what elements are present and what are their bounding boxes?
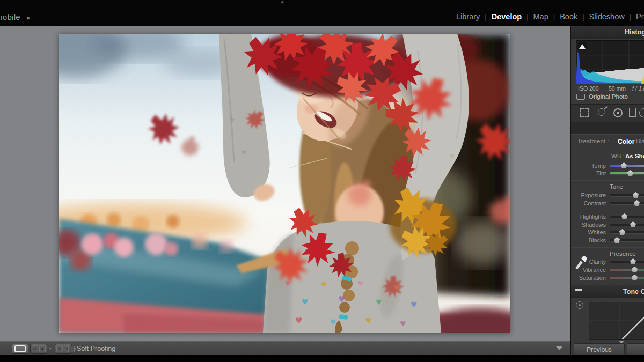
saturation-label: Saturation [571,275,606,281]
svg-text:♥: ♥ [230,117,235,124]
shadows-slider-row: Shadows [571,221,644,229]
svg-text:♥: ♥ [330,318,336,326]
blacks-slider-thumb[interactable] [614,237,620,243]
crop-overlay-icon[interactable] [580,108,589,117]
module-book[interactable]: Book [560,12,577,21]
photo-image[interactable]: ♥ ♥ ♥ ♥ ♥ ♥ ♥ ♥ ♥ ♥ ♥ ♥ ♥ ♥ ♥ ♥ [59,34,510,333]
module-separator: | [582,13,584,21]
highlights-slider-thumb[interactable] [621,213,627,219]
graduated-filter-icon[interactable] [629,108,636,117]
module-develop[interactable]: Develop [492,12,522,21]
top-bar: ▲ mobile▶ Library| Develop| Map| Book| S… [0,0,644,26]
targeted-adjustment-icon[interactable] [576,301,583,309]
red-eye-correction-icon[interactable] [613,108,623,117]
svg-text:♥: ♥ [302,298,309,306]
contrast-slider-track[interactable] [610,202,644,204]
vibrance-slider-track[interactable] [610,269,644,271]
treatment-bw-option[interactable]: Black & White [636,138,644,144]
spot-removal-icon[interactable] [598,108,605,116]
reset-button[interactable]: Reset [627,343,644,356]
snapshot-label: Original Photo [589,93,628,100]
presence-section-header: Presence [610,250,636,257]
loupe-view-button[interactable] [12,344,28,354]
panel-collapse-arrow-icon[interactable]: ▲ [280,0,285,4]
tint-label: Tint [571,170,606,176]
wb-label: WB : [611,153,625,159]
blacks-slider-track[interactable] [610,239,644,241]
tool-strip [571,104,644,122]
toolbar-content-caret-icon[interactable] [556,346,562,350]
blacks-slider-row: Blacks [571,237,644,245]
reference-after-label: A [39,345,46,352]
highlights-label: Highlights [571,213,606,220]
saturation-slider-thumb[interactable] [632,275,638,280]
tone-section-header: Tone [610,183,623,190]
before-label: Y [56,345,63,352]
tone-curve-graph[interactable] [589,302,644,340]
soft-proofing-checkbox[interactable] [68,346,75,352]
red-eye-dot [617,112,619,114]
clarity-slider-row: Clarity [571,258,644,266]
svg-text:♥: ♥ [338,294,345,304]
right-panel-rail: Histogram ISO 200 50 mm f / 1.8 Original… [570,26,644,362]
histogram-panel-header[interactable]: Histogram [571,26,644,39]
photo-state-icon [576,94,585,100]
module-slideshow[interactable]: Slideshow [589,12,625,21]
blacks-label: Blacks [571,237,606,243]
tint-slider-track[interactable] [610,172,644,174]
contrast-slider-row: Contrast [571,200,644,208]
shadows-slider-thumb[interactable] [630,221,636,227]
soft-proofing-label: Soft Proofing [77,345,115,352]
snapshot-row[interactable]: Original Photo [576,93,628,100]
vibrance-slider-thumb[interactable] [632,267,638,272]
module-separator: | [485,13,486,21]
temp-slider-track[interactable] [610,165,644,167]
svg-text:♥: ♥ [376,298,382,306]
whites-slider-track[interactable] [610,231,644,233]
clipping-triangle-icon [579,44,586,49]
reference-view-caret-icon[interactable]: ▾ [49,346,52,351]
exposure-slider-track[interactable] [610,194,644,196]
previous-button[interactable]: Previous [574,343,625,356]
clarity-slider-thumb[interactable] [630,258,636,264]
radial-filter-icon[interactable] [639,108,644,117]
whites-slider-row: Whites [571,229,644,237]
module-map[interactable]: Map [533,12,548,21]
treatment-row: Treatment : Color Black & White [571,138,644,145]
tone-curve-title: Tone Curve [623,288,644,295]
contrast-slider-thumb[interactable] [634,200,640,206]
exposure-label: Exposure [571,192,606,198]
exif-iso: ISO 200 [578,85,599,92]
svg-text:♥: ♥ [450,153,455,159]
panel-switch-icon[interactable] [575,289,582,295]
exposure-slider-thumb[interactable] [633,192,639,198]
svg-text:♥: ♥ [321,281,327,289]
module-library[interactable]: Library [456,12,480,21]
reference-before-label: R [32,345,38,352]
module-print[interactable]: Print [636,12,644,21]
treatment-divider [632,138,632,145]
develop-toolbar: R A ▾ Y Y ▾ Soft Proofing [0,341,570,356]
saturation-slider-row: Saturation [571,275,644,282]
wb-value-dropdown[interactable]: As Shot [625,153,644,159]
whites-slider-thumb[interactable] [619,229,625,235]
vibrance-slider-row: Vibrance [571,267,644,274]
treatment-label: Treatment : [577,138,609,144]
saturation-slider-track[interactable] [610,277,644,279]
svg-text:♥: ♥ [241,150,246,156]
clarity-slider-track[interactable] [610,261,644,263]
shadow-clipping-indicator[interactable] [578,42,587,50]
tint-slider-thumb[interactable] [627,170,633,176]
exposure-slider-row: Exposure [571,192,644,200]
whites-label: Whites [571,229,606,235]
highlights-slider-track[interactable] [610,216,644,218]
reference-view-button[interactable]: R A [30,344,47,354]
tone-curve-panel-header[interactable]: Tone Curve [571,285,644,299]
identity-label: mobile [0,12,20,21]
contrast-label: Contrast [571,200,606,206]
svg-text:♥: ♥ [365,316,372,325]
identity-plate[interactable]: mobile▶ [0,12,31,21]
temp-slider-thumb[interactable] [621,162,627,168]
temp-label: Temp [571,162,606,169]
shadows-slider-track[interactable] [610,224,644,226]
